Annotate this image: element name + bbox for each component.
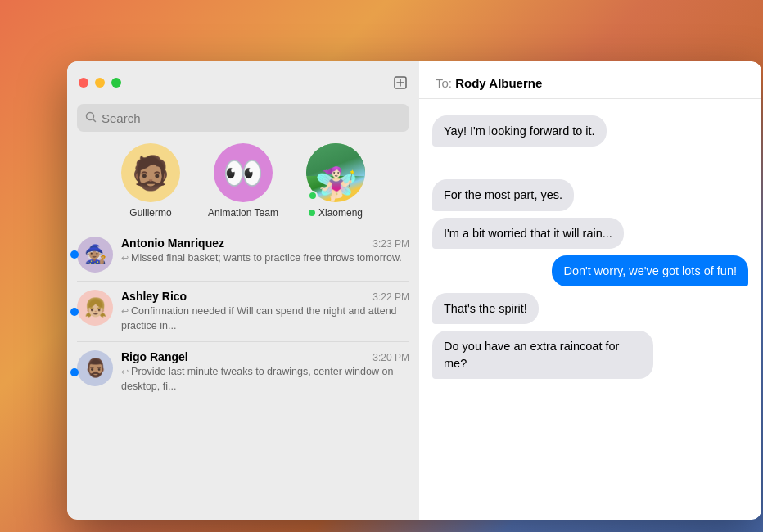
bubble-6: Do you have an extra raincoat for me? <box>432 331 653 379</box>
pinned-contact-xiaomeng[interactable]: 🧚🏻‍♀️ Xiaomeng <box>297 143 375 219</box>
titlebar <box>67 61 419 104</box>
bubble-4: Don't worry, we've got lots of fun! <box>552 255 748 286</box>
pinned-contact-guillermo[interactable]: 🧔🏽 Guillermo <box>112 143 190 219</box>
preview-ashley: ↩ Confirmation needed if Will can spend … <box>121 304 409 333</box>
bubble-row-6: Do you have an extra raincoat for me? <box>432 331 748 379</box>
unread-dot-antonio <box>70 250 79 259</box>
bubble-row-5: That's the spirit! <box>432 293 748 324</box>
minimize-button[interactable] <box>95 78 105 88</box>
avatar-wrap-guillermo: 🧔🏽 <box>121 143 180 202</box>
bubble-3: I'm a bit worried that it will rain... <box>432 218 624 249</box>
bubble-2: For the most part, yes. <box>432 179 574 210</box>
avatar-ashley: 👧🏼 <box>77 290 113 326</box>
to-label: To: <box>436 76 452 90</box>
search-icon <box>85 111 97 125</box>
online-indicator-xiaomeng <box>308 191 318 201</box>
pinned-contacts: 🧔🏽 Guillermo 👀 Animation Team <box>67 140 419 228</box>
preview-rigo: ↩ Provide last minute tweaks to drawings… <box>121 365 409 394</box>
message-item-antonio[interactable]: 🧙🏽 Antonio Manriquez 3:23 PM ↩ Missed fi… <box>67 228 419 281</box>
message-item-ashley[interactable]: 👧🏼 Ashley Rico 3:22 PM ↩ Confirmation ne… <box>67 282 419 341</box>
chat-messages: Yay! I'm looking forward to it. For the … <box>419 99 761 520</box>
sender-rigo: Rigo Rangel <box>121 350 188 363</box>
sender-ashley: Ashley Rico <box>121 290 187 303</box>
avatar-rigo: 🧔🏽‍♂️ <box>77 350 113 386</box>
chat-header: To: Rody Albuerne <box>419 61 761 99</box>
bubble-row-4: Don't worry, we've got lots of fun! <box>432 255 748 286</box>
search-bar[interactable] <box>77 104 409 132</box>
message-list: 🧙🏽 Antonio Manriquez 3:23 PM ↩ Missed fi… <box>67 228 419 520</box>
sidebar: 🧔🏽 Guillermo 👀 Animation Team <box>67 61 419 520</box>
unread-dot-rigo <box>70 368 79 376</box>
msg-content-rigo: Rigo Rangel 3:20 PM ↩ Provide last minut… <box>121 350 409 394</box>
reply-icon-rigo: ↩ <box>121 367 131 376</box>
fullscreen-button[interactable] <box>111 78 121 88</box>
msg-content-antonio: Antonio Manriquez 3:23 PM ↩ Missed final… <box>121 237 409 266</box>
reply-icon-ashley: ↩ <box>121 306 131 316</box>
chat-recipient: Rody Albuerne <box>455 76 542 90</box>
close-button[interactable] <box>79 78 88 88</box>
chat-panel: To: Rody Albuerne Yay! I'm looking forwa… <box>419 61 761 520</box>
avatar-animation-team: 👀 <box>214 143 273 202</box>
bubble-1: Yay! I'm looking forward to it. <box>432 115 607 147</box>
sender-antonio: Antonio Manriquez <box>121 237 224 250</box>
avatar-wrap-xiaomeng: 🧚🏻‍♀️ <box>306 143 365 202</box>
avatar-antonio: 🧙🏽 <box>77 237 113 273</box>
spacer-1 <box>432 153 748 173</box>
online-dot-label <box>309 210 315 216</box>
messages-window: 🧔🏽 Guillermo 👀 Animation Team <box>67 61 761 520</box>
contact-name-xiaomeng: Xiaomeng <box>309 207 363 219</box>
pinned-contact-animation-team[interactable]: 👀 Animation Team <box>205 143 282 219</box>
contact-name-animation-team: Animation Team <box>208 207 278 219</box>
msg-content-ashley: Ashley Rico 3:22 PM ↩ Confirmation neede… <box>121 290 409 333</box>
search-input[interactable] <box>102 111 401 125</box>
bubble-row-2: For the most part, yes. <box>432 179 748 210</box>
avatar-guillermo: 🧔🏽 <box>121 143 180 202</box>
compose-button[interactable] <box>393 75 408 90</box>
preview-antonio: ↩ Missed final basket; wants to practice… <box>121 251 409 266</box>
time-rigo: 3:20 PM <box>372 352 409 363</box>
avatar-wrap-animation-team: 👀 <box>214 143 273 202</box>
bubble-row-1: Yay! I'm looking forward to it. <box>432 115 748 147</box>
unread-dot-ashley <box>70 308 79 316</box>
contact-name-guillermo: Guillermo <box>129 207 171 219</box>
message-item-rigo[interactable]: 🧔🏽‍♂️ Rigo Rangel 3:20 PM ↩ Provide last… <box>67 342 419 402</box>
bubble-row-3: I'm a bit worried that it will rain... <box>432 218 748 249</box>
time-antonio: 3:23 PM <box>372 238 409 250</box>
time-ashley: 3:22 PM <box>372 291 409 303</box>
bubble-5: That's the spirit! <box>432 293 539 324</box>
reply-icon-antonio: ↩ <box>121 253 131 263</box>
